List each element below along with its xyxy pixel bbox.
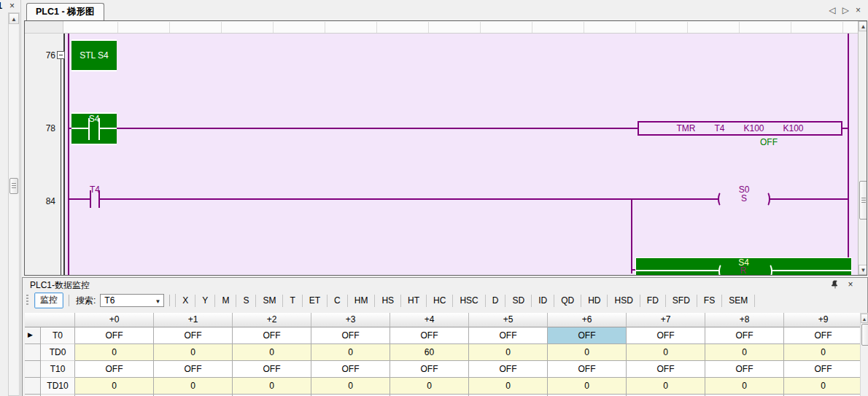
value-cell[interactable]: OFF bbox=[154, 327, 233, 344]
value-cell[interactable]: OFF bbox=[705, 327, 784, 344]
device-tab-sd[interactable]: SD bbox=[505, 295, 532, 307]
tmr-instruction-block[interactable]: TMR T4 K100 K100 bbox=[638, 121, 842, 136]
column-header[interactable]: +5 bbox=[469, 313, 548, 327]
value-cell[interactable]: OFF bbox=[75, 327, 154, 344]
value-cell[interactable]: OFF bbox=[390, 327, 469, 344]
device-tab-fs[interactable]: FS bbox=[697, 295, 722, 307]
value-cell[interactable]: OFF bbox=[705, 361, 784, 378]
row-select-margin[interactable] bbox=[25, 361, 41, 378]
close-icon[interactable]: × bbox=[845, 279, 856, 290]
column-header[interactable]: +1 bbox=[154, 313, 233, 327]
device-tab-qd[interactable]: QD bbox=[554, 295, 581, 307]
device-tab-y[interactable]: Y bbox=[195, 295, 215, 307]
close-icon[interactable]: × bbox=[856, 5, 861, 15]
ladder-scrollbar[interactable]: ▲ ▼ bbox=[858, 21, 867, 275]
value-cell[interactable]: OFF bbox=[548, 327, 627, 344]
device-tab-x[interactable]: X bbox=[176, 295, 195, 307]
value-cell[interactable]: OFF bbox=[311, 361, 390, 378]
column-header[interactable]: +6 bbox=[548, 313, 627, 327]
device-tab-sfd[interactable]: SFD bbox=[666, 295, 697, 307]
device-tab-hs[interactable]: HS bbox=[375, 295, 401, 307]
value-cell[interactable]: OFF bbox=[311, 327, 390, 344]
rung-number[interactable]: 78 bbox=[32, 123, 55, 133]
device-tab-et[interactable]: ET bbox=[303, 295, 328, 307]
column-header[interactable]: +2 bbox=[233, 313, 311, 327]
contact-bar[interactable] bbox=[90, 190, 91, 208]
value-cell[interactable]: OFF bbox=[627, 327, 705, 344]
scroll-up-icon[interactable]: ▲ bbox=[859, 21, 867, 31]
device-tab-fd[interactable]: FD bbox=[640, 295, 666, 307]
value-cell[interactable]: OFF bbox=[469, 361, 548, 378]
device-tab-hsc[interactable]: HSC bbox=[453, 295, 485, 307]
row-header[interactable]: TD0 bbox=[41, 344, 75, 361]
value-cell[interactable]: 0 bbox=[469, 378, 548, 395]
value-cell[interactable]: 0 bbox=[75, 378, 154, 395]
value-cell[interactable]: 60 bbox=[390, 344, 469, 361]
value-cell[interactable]: 0 bbox=[705, 344, 784, 361]
value-cell[interactable]: 0 bbox=[233, 344, 311, 361]
value-cell[interactable]: OFF bbox=[233, 361, 311, 378]
value-cell[interactable]: 0 bbox=[548, 378, 627, 395]
value-cell[interactable]: OFF bbox=[627, 361, 705, 378]
value-cell[interactable]: OFF bbox=[75, 361, 154, 378]
value-cell[interactable]: 0 bbox=[311, 378, 390, 395]
value-cell[interactable]: 0 bbox=[469, 344, 548, 361]
value-cell[interactable]: 0 bbox=[627, 378, 705, 395]
device-tab-t[interactable]: T bbox=[283, 295, 302, 307]
value-cell[interactable]: OFF bbox=[469, 327, 548, 344]
reset-coil-block-energized[interactable]: S4 R bbox=[635, 257, 852, 275]
rung-number[interactable]: 84 bbox=[32, 196, 55, 206]
value-cell[interactable]: 0 bbox=[548, 344, 627, 361]
left-panel-scrollbar[interactable]: ▲ bbox=[8, 12, 20, 396]
scroll-up-icon[interactable]: ▲ bbox=[9, 13, 19, 24]
device-tab-id[interactable]: ID bbox=[532, 295, 554, 307]
device-tab-hsd[interactable]: HSD bbox=[608, 295, 640, 307]
device-tab-d[interactable]: D bbox=[486, 295, 506, 307]
close-icon[interactable]: × bbox=[7, 1, 18, 12]
column-header[interactable]: +8 bbox=[705, 313, 784, 327]
device-tab-hm[interactable]: HM bbox=[348, 295, 376, 307]
row-header[interactable]: T10 bbox=[41, 361, 75, 378]
search-combobox[interactable]: T6 ▼ bbox=[100, 294, 164, 307]
monitor-toggle-button[interactable]: 监控 bbox=[34, 292, 63, 308]
column-header[interactable]: +4 bbox=[390, 313, 469, 327]
value-cell[interactable]: OFF bbox=[390, 361, 469, 378]
value-cell[interactable]: 0 bbox=[784, 378, 863, 395]
set-coil-symbol[interactable]: S bbox=[725, 193, 763, 203]
row-select-margin[interactable] bbox=[25, 344, 41, 361]
stl-instruction-block[interactable]: STL S4 bbox=[71, 39, 117, 71]
value-cell[interactable]: 0 bbox=[311, 344, 390, 361]
value-cell[interactable]: 0 bbox=[233, 378, 311, 395]
toolbar-grip-icon[interactable] bbox=[26, 295, 28, 306]
device-tab-s[interactable]: S bbox=[236, 295, 256, 307]
row-select-margin[interactable] bbox=[25, 378, 41, 395]
nav-prev-icon[interactable]: ◁ bbox=[829, 5, 836, 15]
value-cell[interactable]: 0 bbox=[75, 344, 154, 361]
table-scrollbar[interactable]: ▲ bbox=[860, 313, 868, 396]
value-cell[interactable]: OFF bbox=[154, 361, 233, 378]
scroll-up-icon[interactable]: ▲ bbox=[861, 314, 868, 323]
device-tab-ht[interactable]: HT bbox=[401, 295, 427, 307]
collapse-toggle-icon[interactable] bbox=[57, 51, 65, 59]
device-tab-sem[interactable]: SEM bbox=[722, 295, 755, 307]
column-header[interactable]: +7 bbox=[627, 313, 705, 327]
value-cell[interactable]: 0 bbox=[705, 378, 784, 395]
scrollbar-thumb[interactable] bbox=[861, 324, 868, 346]
value-cell[interactable]: 0 bbox=[154, 344, 233, 361]
chevron-down-icon[interactable]: ▼ bbox=[155, 296, 160, 308]
row-select-margin[interactable]: ▶ bbox=[25, 327, 41, 344]
device-tab-sm[interactable]: SM bbox=[256, 295, 283, 307]
device-tab-m[interactable]: M bbox=[215, 295, 236, 307]
device-tab-hd[interactable]: HD bbox=[581, 295, 608, 307]
column-header[interactable]: +0 bbox=[75, 313, 154, 327]
row-header[interactable]: T0 bbox=[41, 327, 75, 344]
device-tab-c[interactable]: C bbox=[328, 295, 348, 307]
value-cell[interactable]: 0 bbox=[784, 344, 863, 361]
column-header[interactable]: +3 bbox=[311, 313, 390, 327]
scrollbar-thumb[interactable] bbox=[859, 181, 867, 220]
contact-s4-energized[interactable]: S4 bbox=[71, 112, 117, 145]
scrollbar-thumb[interactable] bbox=[9, 178, 18, 194]
row-header[interactable]: TD10 bbox=[41, 378, 75, 395]
value-cell[interactable]: OFF bbox=[233, 327, 311, 344]
scroll-down-icon[interactable]: ▼ bbox=[859, 265, 867, 275]
